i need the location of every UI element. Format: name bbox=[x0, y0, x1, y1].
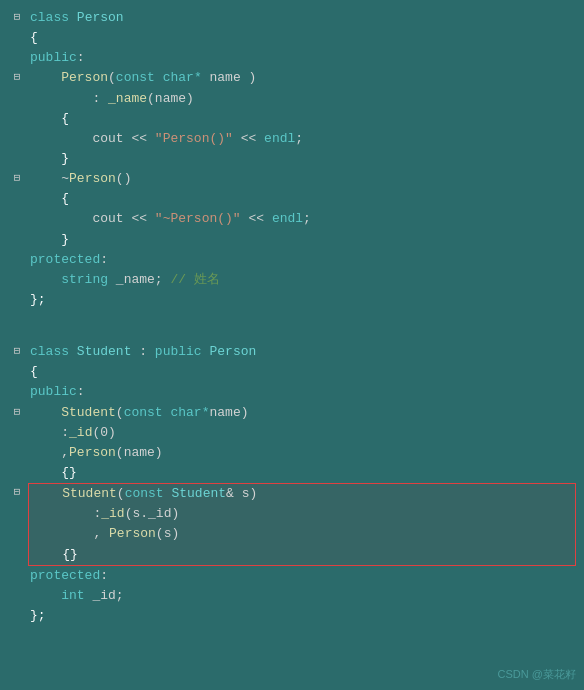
gutter-icon[interactable]: ⊟ bbox=[8, 68, 26, 86]
code-content: Person(const char* name ) bbox=[26, 68, 576, 88]
gutter-icon bbox=[8, 524, 26, 525]
code-content: Student(const Student& s) bbox=[28, 483, 576, 504]
gutter-icon bbox=[8, 545, 26, 546]
gutter-icon bbox=[8, 270, 26, 271]
code-line: ⊟class Person bbox=[0, 8, 584, 28]
code-line: {} bbox=[0, 545, 584, 566]
code-content: , Person(s) bbox=[28, 524, 576, 544]
code-line: ,Person(name) bbox=[0, 443, 584, 463]
code-content: { bbox=[26, 362, 576, 382]
code-line: } bbox=[0, 149, 584, 169]
gutter-icon[interactable]: ⊟ bbox=[8, 403, 26, 421]
gutter-icon bbox=[8, 48, 26, 49]
code-line: ⊟class Student : public Person bbox=[0, 342, 584, 362]
code-content: } bbox=[26, 230, 576, 250]
code-content: cout << "Person()" << endl; bbox=[26, 129, 576, 149]
code-content: }; bbox=[26, 290, 576, 310]
gutter-icon bbox=[8, 423, 26, 424]
code-line: } bbox=[0, 230, 584, 250]
code-content: :_id(s._id) bbox=[28, 504, 576, 524]
code-line: protected: bbox=[0, 566, 584, 586]
gutter-icon bbox=[8, 89, 26, 90]
code-content: {} bbox=[28, 545, 576, 566]
code-content: public: bbox=[26, 382, 576, 402]
code-content: :_id(0) bbox=[26, 423, 576, 443]
code-line: ⊟ Student(const Student& s) bbox=[0, 483, 584, 504]
code-content: protected: bbox=[26, 566, 576, 586]
code-line: cout << "Person()" << endl; bbox=[0, 129, 584, 149]
code-line: public: bbox=[0, 48, 584, 68]
gutter-icon bbox=[8, 28, 26, 29]
code-line: ⊟ Student(const char*name) bbox=[0, 403, 584, 423]
gutter-icon bbox=[8, 586, 26, 587]
gutter-icon bbox=[8, 463, 26, 464]
gutter-icon bbox=[8, 209, 26, 210]
gutter-icon bbox=[8, 566, 26, 567]
code-content: ~Person() bbox=[26, 169, 576, 189]
gutter-icon bbox=[8, 606, 26, 607]
code-content: ,Person(name) bbox=[26, 443, 576, 463]
code-line: }; bbox=[0, 606, 584, 626]
code-content: protected: bbox=[26, 250, 576, 270]
gutter-icon[interactable]: ⊟ bbox=[8, 483, 26, 501]
gutter-icon bbox=[8, 230, 26, 231]
code-line: { bbox=[0, 189, 584, 209]
code-content: string _name; // 姓名 bbox=[26, 270, 576, 290]
code-content: {} bbox=[26, 463, 576, 483]
code-editor: ⊟class Person{public:⊟ Person(const char… bbox=[0, 0, 584, 634]
code-line: cout << "~Person()" << endl; bbox=[0, 209, 584, 229]
gutter-icon bbox=[8, 149, 26, 150]
code-content: Student(const char*name) bbox=[26, 403, 576, 423]
code-content: }; bbox=[26, 606, 576, 626]
code-content: : _name(name) bbox=[26, 89, 576, 109]
code-content: class Student : public Person bbox=[26, 342, 576, 362]
code-line: { bbox=[0, 109, 584, 129]
code-line: , Person(s) bbox=[0, 524, 584, 544]
code-content: } bbox=[26, 149, 576, 169]
gutter-icon bbox=[8, 362, 26, 363]
code-line: }; bbox=[0, 290, 584, 310]
gutter-icon bbox=[8, 443, 26, 444]
code-line: ⊟ ~Person() bbox=[0, 169, 584, 189]
code-content: int _id; bbox=[26, 586, 576, 606]
code-content: { bbox=[26, 28, 576, 48]
gutter-icon bbox=[8, 382, 26, 383]
gutter-icon bbox=[8, 189, 26, 190]
gutter-icon bbox=[8, 250, 26, 251]
code-line: :_id(s._id) bbox=[0, 504, 584, 524]
gutter-icon bbox=[8, 290, 26, 291]
code-line: { bbox=[0, 28, 584, 48]
code-line: int _id; bbox=[0, 586, 584, 606]
gutter-icon bbox=[8, 129, 26, 130]
code-line: public: bbox=[0, 382, 584, 402]
code-line: protected: bbox=[0, 250, 584, 270]
code-line: : _name(name) bbox=[0, 89, 584, 109]
code-content: public: bbox=[26, 48, 576, 68]
gutter-icon bbox=[8, 109, 26, 110]
gutter-icon bbox=[8, 504, 26, 505]
gutter-icon[interactable]: ⊟ bbox=[8, 169, 26, 187]
gutter-icon[interactable]: ⊟ bbox=[8, 342, 26, 360]
code-line: string _name; // 姓名 bbox=[0, 270, 584, 290]
code-line: { bbox=[0, 362, 584, 382]
code-line: {} bbox=[0, 463, 584, 483]
code-content: class Person bbox=[26, 8, 576, 28]
gutter-icon[interactable]: ⊟ bbox=[8, 8, 26, 26]
watermark: CSDN @菜花籽 bbox=[498, 667, 576, 682]
code-line: ⊟ Person(const char* name ) bbox=[0, 68, 584, 88]
code-content: { bbox=[26, 109, 576, 129]
code-content: cout << "~Person()" << endl; bbox=[26, 209, 576, 229]
code-content: { bbox=[26, 189, 576, 209]
code-line: :_id(0) bbox=[0, 423, 584, 443]
